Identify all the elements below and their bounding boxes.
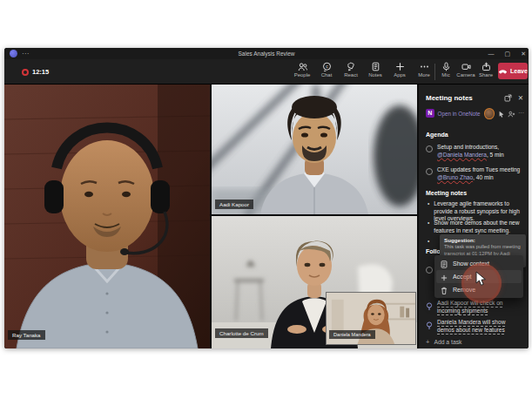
chat-icon: c	[322, 62, 332, 71]
mic-label: Mic	[441, 72, 449, 78]
menu-item-label: Remove	[453, 287, 475, 293]
toolbar-divider	[434, 64, 435, 80]
avatar[interactable]	[484, 108, 495, 119]
menu-item-show-context[interactable]: Show context	[436, 257, 522, 270]
open-in-onenote-link[interactable]: Open in OneNote	[438, 111, 481, 117]
suggested-task[interactable]: Daniela Mandera will show demos about ne…	[426, 318, 524, 334]
suggested-task-text[interactable]: Daniela Mandera will show demos about ne…	[437, 318, 524, 334]
ellipsis-icon	[420, 62, 429, 71]
meeting-notes-panel: Meeting notes ✕ N Open in OneNote ⋯	[419, 85, 529, 348]
meeting-stage: Ray Tanaka	[4, 85, 529, 348]
notes-icon	[371, 62, 380, 71]
participant-name-label: Ray Tanaka	[8, 330, 45, 340]
camera-icon	[461, 62, 471, 71]
participant-name-label: Daniela Mandera	[329, 330, 375, 339]
timer-value: 12:15	[32, 68, 49, 76]
titlebar: ⋯ Sales Analysis Review — ▢ ✕	[4, 48, 529, 59]
menu-item-remove[interactable]: Remove	[436, 283, 522, 296]
panel-more-icon[interactable]: ⋯	[518, 110, 524, 117]
note-bullet[interactable]: • Show more demos about the new features…	[428, 220, 524, 234]
page: ⋯ Sales Analysis Review — ▢ ✕ 12:15 Peop…	[0, 0, 532, 399]
chat-label: Chat	[321, 72, 333, 78]
menu-item-label: Accept	[453, 274, 471, 280]
react-icon	[347, 62, 356, 71]
lightbulb-icon	[426, 299, 433, 314]
share-icon	[481, 62, 491, 71]
menu-item-accept[interactable]: Accept	[436, 270, 522, 283]
agenda-item[interactable]: CXE updates from Tues meeting @Bruno Zha…	[426, 166, 524, 181]
trash-icon	[441, 282, 448, 298]
suggestion-title: Suggestion:	[444, 237, 522, 243]
record-icon	[22, 69, 29, 76]
window-title: Sales Analysis Review	[4, 48, 529, 59]
pointer-icon[interactable]	[498, 105, 505, 121]
apps-label: Apps	[394, 72, 406, 78]
people-icon	[298, 62, 307, 71]
agenda-heading: Agenda	[426, 132, 448, 138]
share-label: Share	[479, 72, 493, 78]
plus-icon: +	[426, 338, 429, 346]
mention-daniela[interactable]: @Daniela Mandera	[437, 152, 487, 158]
camera-button[interactable]: Camera	[457, 61, 475, 78]
video-tile-aadi-kapoor[interactable]: Aadi Kapoor	[212, 85, 417, 214]
close-button[interactable]: ✕	[521, 48, 526, 59]
agenda-item-text[interactable]: CXE updates from Tues meeting	[437, 166, 520, 172]
people-label: People	[294, 72, 311, 78]
leave-button[interactable]: Leave	[498, 63, 528, 79]
agenda-item-text[interactable]: Setup and introductions,	[437, 144, 499, 150]
video-tile-charlotte-de-crum[interactable]: Charlotte de Crum	[212, 216, 417, 348]
close-panel-icon[interactable]: ✕	[518, 94, 523, 102]
more-button[interactable]: More	[414, 61, 434, 78]
mic-button[interactable]: Mic	[437, 61, 455, 78]
onenote-icon[interactable]: N	[426, 109, 434, 118]
note-text[interactable]: Show more demos about the new features i…	[434, 220, 524, 234]
leave-label: Leave	[510, 68, 528, 74]
hangup-icon	[498, 64, 508, 78]
react-label: React	[344, 72, 358, 78]
bullet-icon: •	[428, 220, 429, 234]
agenda-item[interactable]: Setup and introductions, @Daniela Mander…	[426, 144, 524, 159]
suggested-task[interactable]: Aadi Kapoor will check on incoming shipm…	[426, 299, 524, 314]
lightbulb-icon	[426, 318, 433, 334]
more-label: More	[418, 72, 430, 78]
agenda-item-suffix[interactable]: , 40 min	[473, 174, 493, 180]
suggestion-context-menu: Show context Accept Remove	[434, 255, 523, 298]
add-task-label: Add a task	[434, 339, 461, 345]
suggested-task-text[interactable]: Aadi Kapoor will check on incoming shipm…	[437, 299, 524, 314]
video-tile-daniela-mandera[interactable]: Daniela Mandera	[326, 292, 416, 345]
people-add-icon[interactable]	[508, 105, 515, 121]
mic-icon	[441, 62, 451, 71]
share-button[interactable]: Share	[477, 61, 495, 78]
notes-heading: Meeting notes	[426, 190, 467, 196]
notes-button[interactable]: Notes	[365, 61, 386, 78]
apps-button[interactable]: Apps	[389, 61, 410, 78]
minimize-button[interactable]: —	[488, 48, 495, 59]
agenda-checkbox[interactable]	[426, 168, 433, 175]
task-checkbox[interactable]	[426, 267, 433, 274]
camera-label: Camera	[456, 72, 475, 78]
mention-bruno[interactable]: @Bruno Zhao	[437, 174, 473, 180]
meeting-timer: 12:15	[22, 59, 49, 85]
bullet-icon: •	[428, 238, 429, 246]
popout-icon[interactable]	[504, 90, 512, 105]
video-tile-ray-tanaka[interactable]: Ray Tanaka	[4, 85, 210, 348]
svg-text:c: c	[326, 64, 328, 69]
teams-window: ⋯ Sales Analysis Review — ▢ ✕ 12:15 Peop…	[4, 48, 529, 348]
menu-item-label: Show context	[453, 260, 489, 267]
react-button[interactable]: React	[340, 61, 361, 78]
add-task-button[interactable]: + Add a task	[426, 338, 462, 346]
aadi-video-art	[212, 85, 417, 214]
chat-button[interactable]: c Chat	[316, 61, 337, 78]
panel-title: Meeting notes	[426, 94, 504, 102]
notes-label: Notes	[368, 72, 382, 78]
agenda-item-suffix[interactable]: , 5 min	[487, 152, 504, 158]
meeting-toolbar: 12:15 People c Chat React Notes	[4, 59, 529, 85]
plus-icon	[395, 62, 405, 71]
maximize-button[interactable]: ▢	[505, 48, 511, 59]
agenda-checkbox[interactable]	[426, 145, 433, 152]
ray-video-art	[4, 85, 210, 348]
participant-name-label: Aadi Kapoor	[215, 200, 253, 209]
people-button[interactable]: People	[292, 61, 313, 78]
participant-name-label: Charlotte de Crum	[215, 328, 268, 338]
